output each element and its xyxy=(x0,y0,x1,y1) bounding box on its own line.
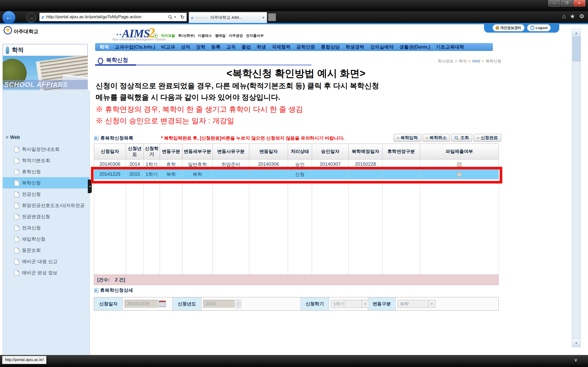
url-text[interactable]: http://portal.ajou.ac.kr/portal/goToMyPa… xyxy=(46,14,166,20)
browser-bottom-bar: http://portal.ajou.ac.kr/ ∨ xyxy=(0,355,588,367)
address-bar[interactable]: e http://portal.ajou.ac.kr/portal/goToMy… xyxy=(39,13,187,21)
example-heading: <복학신청 확인방법 예시 화면> xyxy=(90,67,502,80)
menu-engineering-cert[interactable]: 공학인증 xyxy=(293,44,318,50)
play-icon xyxy=(153,33,158,38)
empty-cell xyxy=(288,179,312,275)
sidebar-item-label: 동문조회 xyxy=(22,247,41,253)
scroll-up-icon[interactable]: ▲ xyxy=(572,29,580,37)
menu-career[interactable]: 학생경력 xyxy=(343,44,367,50)
refresh-icon[interactable]: ↻ xyxy=(180,14,185,20)
home-icon[interactable]: ⌂ xyxy=(562,13,566,20)
menu-room-reservation[interactable]: 강의실예약 xyxy=(367,44,396,50)
privacy-settings-button[interactable]: 개인정보관리 xyxy=(493,24,524,31)
tab-close-icon[interactable]: × xyxy=(262,15,264,20)
empty-cell xyxy=(126,179,144,275)
application-year-input[interactable]: 2015 xyxy=(203,300,235,308)
top-link-webmail[interactable]: 웹메일 xyxy=(215,33,226,38)
document-icon xyxy=(14,203,19,208)
sidebar-item-major-change[interactable]: 전공변경신청 xyxy=(3,211,90,222)
browser-navbar: ← → e http://portal.ajou.ac.kr/portal/go… xyxy=(0,11,588,23)
menu-international[interactable]: 국제협력 xyxy=(269,44,293,50)
menu-counseling[interactable]: 통합상담 xyxy=(318,44,343,50)
sidebar-item-return-application[interactable]: 복학신청 xyxy=(3,177,90,188)
top-link-plaza[interactable]: 아주광장 xyxy=(229,33,243,38)
return-input-button[interactable]: > 복학입력 xyxy=(394,134,421,142)
sidebar-item-reserve-report[interactable]: 예비군 대원 신고 xyxy=(3,256,90,267)
university-emblem-icon xyxy=(4,26,12,34)
application-date-input[interactable]: 2014/12/29 xyxy=(125,300,158,308)
logout-button[interactable]: Logout xyxy=(527,24,551,31)
menu-student[interactable]: 학생 xyxy=(254,44,269,50)
menu-classes[interactable]: 교과수업(Cls.Info.) xyxy=(112,44,158,50)
main-menubar: 학적 교과수업(Cls.Info.) 비교과 성적 장학 등록 교직 졸업 학생… xyxy=(95,43,493,51)
privacy-settings-label: 개인정보관리 xyxy=(500,26,521,30)
window-controls: ─ ❐ ✕ xyxy=(548,0,585,7)
window-close-button[interactable]: ✕ xyxy=(573,0,585,7)
back-button[interactable]: ← xyxy=(2,11,16,24)
menu-registration[interactable]: 등록 xyxy=(208,44,223,50)
sidebar-item-major-application[interactable]: 전공신청 xyxy=(3,188,90,200)
button-label: 조회 xyxy=(460,135,469,141)
menu-grades[interactable]: 성적 xyxy=(178,44,193,50)
aims-logo-dots: .. xyxy=(116,27,122,37)
search-dropdown-icon[interactable]: ▾ xyxy=(174,15,176,19)
submit-complete-button[interactable]: > 신청완료 xyxy=(474,134,501,142)
detail-section-header: 휴복학신청상세 xyxy=(94,287,133,293)
sidebar-item-leave-application[interactable]: 휴학신청 xyxy=(3,166,90,177)
sidebar-item-reserve-info[interactable]: 예비군 편성 정보 xyxy=(3,267,90,278)
term-select[interactable]: 1학기 ▼ xyxy=(331,300,369,308)
col-header: 파일제출여부 xyxy=(420,144,499,159)
menu-graduation[interactable]: 졸업 xyxy=(239,44,254,50)
menu-scholarship[interactable]: 장학 xyxy=(193,44,208,50)
favorites-icon[interactable]: ★ xyxy=(570,13,575,20)
title-underline-dark xyxy=(95,64,136,66)
top-link-eclass[interactable]: 이클래스 xyxy=(198,33,212,38)
breadcrumb-separator: > xyxy=(482,59,484,63)
record-count-bar: [건수: 2 건] xyxy=(94,275,499,285)
search-button[interactable]: 조회 xyxy=(451,134,472,142)
menu-bikyogwa[interactable]: 비교과 xyxy=(158,44,178,50)
new-tab-button[interactable] xyxy=(268,13,276,21)
scroll-down-icon[interactable]: ▼ xyxy=(572,339,580,347)
sidebar-item-label: 학사일정안내조회 xyxy=(22,146,60,152)
sidebar-item-alumni[interactable]: 동문조회 xyxy=(3,245,90,256)
sidebar-item-readmission[interactable]: 재입학신청 xyxy=(3,233,90,245)
spinner-up-icon[interactable]: ▲ xyxy=(235,300,241,304)
top-link-attendance[interactable]: 전자출석부 xyxy=(246,33,264,38)
empty-cell xyxy=(249,179,288,275)
change-type-select[interactable]: 복학 ▼ xyxy=(397,300,436,308)
spinner-down-icon[interactable]: ▼ xyxy=(235,304,241,308)
window-titlebar: ─ ❐ ✕ xyxy=(0,0,588,11)
menu-dorm[interactable]: 생활관(Dorm.) xyxy=(396,44,433,50)
empty-cell xyxy=(383,179,420,275)
file-submit-checkbox[interactable] xyxy=(457,162,462,167)
button-arrow-icon: > xyxy=(397,136,399,140)
sidebar-item-transfer[interactable]: 전과신청 xyxy=(3,222,90,233)
window-maximize-button[interactable]: ❐ xyxy=(561,0,573,7)
application-date-label: 신청일자 xyxy=(94,297,123,310)
menu-hakjeok[interactable]: 학적 xyxy=(97,44,112,50)
sidebar-group-web[interactable]: >Web xyxy=(6,135,20,140)
menu-teaching[interactable]: 교직 xyxy=(223,44,239,50)
top-link-haksa[interactable]: 학사(학부) xyxy=(178,33,195,38)
sidebar-item-basic-record[interactable]: 학적기본조회 xyxy=(3,155,90,166)
window-minimize-button[interactable]: ─ xyxy=(548,0,560,7)
search-icon[interactable] xyxy=(168,15,172,19)
menu-basic-education[interactable]: 기초교육대학 xyxy=(433,44,467,50)
tools-icon[interactable]: ⚙ xyxy=(579,13,584,20)
return-cancel-button[interactable]: > 복학취소 xyxy=(423,134,450,142)
scrollbar-thumb[interactable] xyxy=(573,37,580,61)
vertical-scrollbar[interactable]: ▲ ▼ xyxy=(572,29,581,347)
document-icon xyxy=(14,180,19,186)
chevron-down-icon: ▼ xyxy=(428,300,435,307)
sidebar-item-calendar[interactable]: 학사일정안내조회 xyxy=(3,144,90,155)
application-list-table: 신청일자 신청년도 신청학기 변동구분 변동세부구분 변동사유구분 변동일자 처… xyxy=(94,144,499,275)
calendar-icon[interactable] xyxy=(159,301,166,307)
sidebar-item-label: 재입학신청 xyxy=(22,236,45,242)
browser-tab[interactable]: e ::::::::::::: 아주대학교 AIM... × xyxy=(189,12,267,23)
breadcrumb-item: 학사정보 xyxy=(438,59,453,63)
forward-button[interactable]: → xyxy=(26,13,36,23)
button-arrow-icon: > xyxy=(426,136,428,140)
top-link-myportal[interactable]: 마이포탈 xyxy=(161,33,175,38)
sidebar-item-major-preference-survey[interactable]: 희망전공선호도조사(자유전공 xyxy=(3,200,90,211)
